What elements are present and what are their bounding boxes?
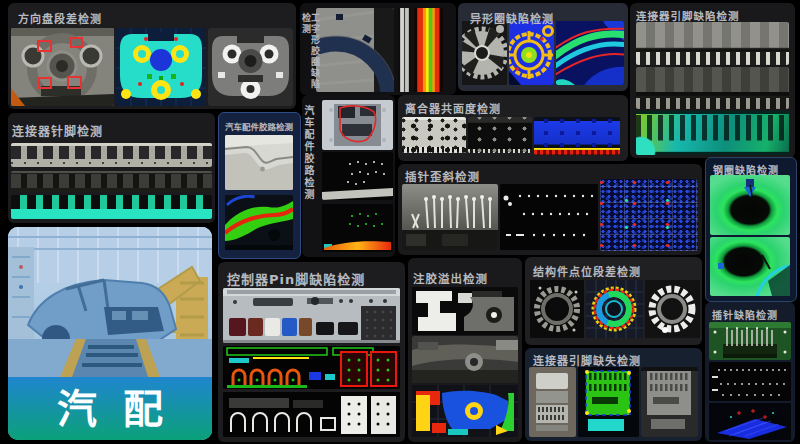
panel-label: 汽车配件胶路检测 (303, 105, 313, 201)
panel-structural-point-step[interactable]: 结构件点位段差检测 (525, 257, 702, 345)
panel-connector-pin-missing[interactable]: 连接器引脚缺失检测 (525, 348, 702, 441)
connector-gray-image (641, 367, 698, 437)
ring-height-map-1-image (710, 175, 790, 235)
panel-i-shape-rubber-ring[interactable]: 工字形胶圈缺陷检测 (300, 3, 456, 95)
panel-clutch-coplanarity[interactable]: 离合器共面度检测 (398, 95, 628, 161)
panel-label: 工字形胶圈缺陷检测 (301, 13, 319, 95)
panel-label: 控制器Pin脚缺陷检测 (227, 269, 365, 288)
controller-binary-map-image (223, 392, 400, 437)
pin-tip-binary-image (500, 184, 598, 250)
panel-fine-pin-defect[interactable]: 插针缺陷检测 (705, 302, 795, 442)
panel-label: 连接器引脚缺陷检测 (636, 8, 740, 23)
panel-label: 结构件点位段差检测 (533, 263, 641, 279)
panel-label: 插针缺陷检测 (712, 307, 778, 322)
panel-label: 连接器针脚检测 (12, 122, 103, 139)
pcb-pin-photo-image (709, 322, 791, 360)
clutch-strip-photo-image (402, 117, 466, 153)
panel-label: 钢圈缺陷检测 (713, 162, 779, 177)
category-title: 汽配 (57, 389, 189, 429)
panel-pin-tilt[interactable]: 插针歪斜检测 (398, 164, 702, 255)
auto-parts-category-card[interactable]: 汽配 (8, 227, 212, 440)
needle-array-photo-image (11, 143, 212, 167)
ring-gear-heatmap-image (586, 280, 643, 338)
panel-label: 汽车配件胶路检测 (225, 120, 293, 132)
panel-steering-wheel-step[interactable]: 方向盘段差检测 (8, 3, 296, 109)
glue-edge-photo-image (225, 135, 293, 190)
ring-gear-gray-image (530, 280, 584, 338)
glue-path-heatmap-image (225, 195, 293, 250)
car-factory-photo (8, 227, 212, 377)
panel-connector-needle[interactable]: 连接器针脚检测 (8, 113, 215, 223)
panel-special-shape-ring[interactable]: 异形圈缺陷检测 (458, 3, 628, 91)
overflow-heatmap-image (412, 385, 518, 437)
inspection-collage: 方向盘段差检测 (0, 0, 800, 444)
glue-dots-map-image (322, 152, 393, 200)
gear-ring-outline-heatmap-image (509, 21, 554, 85)
panel-label: 插针歪斜检测 (405, 168, 480, 184)
connector-strip-photo-image (636, 22, 789, 65)
part-photo-with-glue-path-image (322, 100, 393, 150)
steering-wheel-gray-map-image (208, 28, 293, 106)
panel-connector-pin-defect[interactable]: 连接器引脚缺陷检测 (630, 3, 795, 158)
panel-label: 注胶溢出检测 (413, 270, 488, 286)
panel-glue-path-b[interactable]: 汽车配件胶路检测 (302, 95, 395, 257)
connector-strip-gray-image (636, 67, 789, 109)
profile-strip-heatmap-image (414, 8, 443, 92)
steering-wheel-photo-image (11, 28, 114, 106)
panel-glue-path-a[interactable]: 汽车配件胶路检测 (218, 112, 301, 259)
clutch-strip-heatmap-image (534, 117, 620, 155)
overflow-binary-map-image (412, 287, 518, 335)
controller-segmentation-map-image (223, 346, 400, 389)
ring-height-map-2-image (710, 237, 790, 296)
panel-controller-pin-defect[interactable]: 控制器Pin脚缺陷检测 (218, 262, 405, 442)
ring-gear-binary-image (645, 280, 700, 338)
panel-label: 方向盘段差检测 (18, 10, 102, 26)
glue-dots-heatmap-image (322, 204, 393, 252)
needle-array-gray-image (11, 171, 212, 192)
steering-wheel-height-map-image (116, 28, 206, 106)
pin-scatter-map-image (600, 179, 698, 251)
controller-rear-photo-image (223, 288, 400, 343)
part-gray-photo-image (412, 336, 518, 383)
panel-label: 连接器引脚缺失检测 (533, 352, 641, 368)
pin-tip-dot-map-image (709, 362, 791, 401)
gear-ring-gray-image (462, 21, 507, 85)
connector-heatmap-image (578, 367, 639, 437)
connector-strip-heatmap-image (636, 111, 789, 155)
rubber-ring-photo-image (316, 8, 394, 92)
connector-photo-image (529, 367, 576, 437)
clutch-strip-binary-image (468, 117, 532, 153)
needle-array-heatmap-image (11, 195, 212, 219)
pin-3d-point-cloud-image (709, 403, 791, 440)
category-band: 汽配 (8, 377, 212, 440)
pin-row-photo-image (402, 184, 498, 250)
panel-label: 异形圈缺陷检测 (470, 10, 554, 26)
ring-surface-heatmap-image (556, 21, 624, 85)
profile-strip-gray-image (398, 8, 411, 92)
panel-glue-overflow[interactable]: 注胶溢出检测 (408, 258, 522, 442)
panel-steel-ring-defect[interactable]: 钢圈缺陷检测 (705, 157, 797, 302)
panel-label: 离合器共面度检测 (405, 100, 501, 116)
